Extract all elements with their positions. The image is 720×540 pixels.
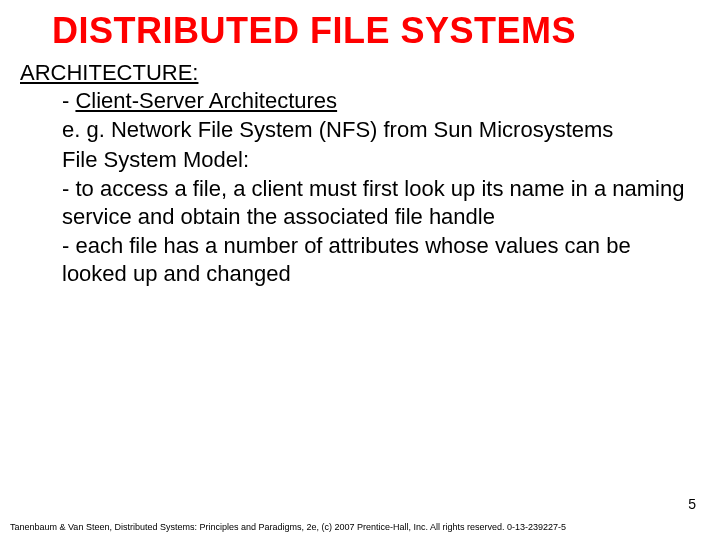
footer-citation: Tanenbaum & Van Steen, Distributed Syste… [10,522,566,532]
content-area: ARCHITECTURE: - Client-Server Architectu… [0,60,720,287]
body-line-4: - each file has a number of attributes w… [62,232,690,287]
body-line-1: e. g. Network File System (NFS) from Sun… [62,116,690,144]
slide-title: DISTRIBUTED FILE SYSTEMS [0,0,720,60]
body-line-3: - to access a file, a client must first … [62,175,690,230]
subhead-dash: - [62,88,75,113]
body-line-2: File System Model: [62,146,690,174]
body-block: - Client-Server Architectures e. g. Netw… [20,88,700,287]
page-number: 5 [688,496,696,512]
section-heading: ARCHITECTURE: [20,60,700,86]
subhead-text: Client-Server Architectures [75,88,337,113]
subheading: - Client-Server Architectures [62,88,690,114]
